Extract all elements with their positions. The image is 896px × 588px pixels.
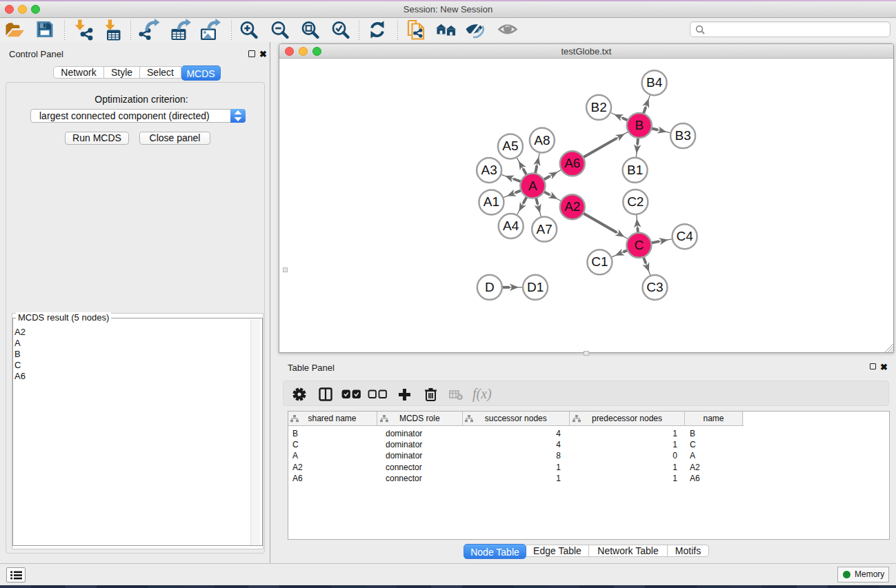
svg-text:A4: A4 — [503, 219, 519, 233]
svg-text:B4: B4 — [646, 75, 663, 90]
svg-text:A7: A7 — [537, 222, 552, 236]
svg-text:C3: C3 — [646, 280, 663, 294]
svg-text:A3: A3 — [481, 163, 497, 177]
svg-text:C4: C4 — [676, 229, 693, 243]
svg-text:C2: C2 — [627, 194, 644, 209]
svg-text:C: C — [635, 238, 644, 252]
svg-text:B1: B1 — [627, 163, 643, 177]
svg-text:B: B — [635, 118, 644, 132]
svg-text:C1: C1 — [591, 254, 608, 269]
svg-text:B3: B3 — [675, 128, 690, 143]
svg-text:A1: A1 — [484, 194, 499, 209]
svg-text:A2: A2 — [564, 199, 580, 214]
svg-text:D1: D1 — [527, 280, 544, 294]
svg-text:A8: A8 — [534, 133, 550, 148]
svg-text:D: D — [485, 280, 495, 294]
svg-text:A6: A6 — [564, 156, 580, 170]
svg-text:A: A — [528, 179, 537, 193]
svg-text:B2: B2 — [590, 100, 606, 114]
svg-text:A5: A5 — [502, 139, 518, 153]
